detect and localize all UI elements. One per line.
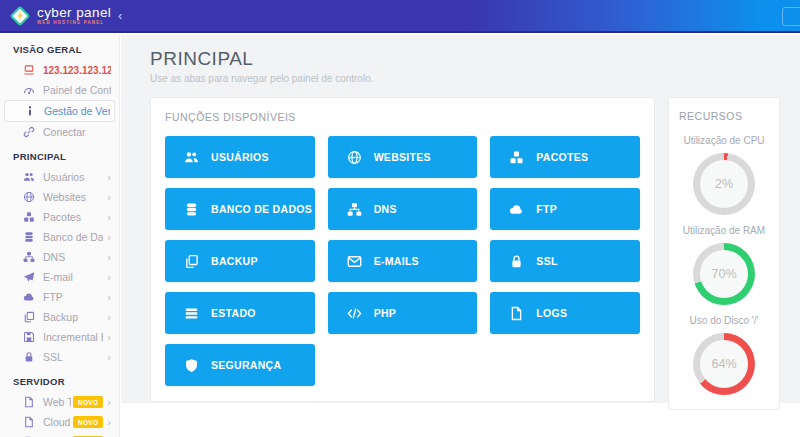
novo-badge: NOVO (73, 416, 103, 428)
sitemap-icon (22, 251, 35, 264)
sidebar-item-label: FTP (43, 291, 103, 303)
chevron-right-icon: › (107, 231, 111, 243)
chevron-right-icon: › (107, 211, 111, 223)
functions-panel-title: FUNÇÕES DISPONÍVEIS (165, 111, 640, 123)
section-principal: PRINCIPAL (0, 142, 119, 167)
disk-gauge-value: 64% (711, 357, 736, 371)
sidebar-item-incremental-backup[interactable]: Incremental Back up › (0, 327, 119, 347)
sidebar-item-gestao-de-versoes[interactable]: Gestão de Versões (4, 100, 115, 122)
function-button-logs[interactable]: LOGS (490, 292, 640, 334)
function-button-dns[interactable]: DNS (328, 188, 478, 230)
gauge-icon (22, 84, 35, 97)
resources-panel-title: RECURSOS (679, 110, 769, 122)
ram-gauge-value: 70% (711, 267, 736, 281)
sidebar-item-ssl[interactable]: SSL › (0, 347, 119, 367)
function-button-emails[interactable]: E-MAILS (328, 240, 478, 282)
page-title: PRINCIPAL (150, 48, 795, 70)
sidebar-item-label: SSL (43, 351, 103, 363)
copy-icon (22, 311, 35, 324)
function-button-label: PACOTES (536, 151, 588, 163)
functions-grid: USUÁRIOS WEBSITES PACOTES BANCO DE DADOS (165, 136, 640, 386)
disk-gauge-block: Uso do Disco '/' 64% (679, 315, 769, 395)
header-right-button[interactable] (782, 7, 800, 26)
function-button-label: DNS (374, 203, 397, 215)
sidebar-item-label: CloudLinux (43, 416, 71, 428)
chevron-right-icon: › (107, 311, 111, 323)
chevron-right-icon: › (107, 396, 111, 408)
function-button-label: E-MAILS (374, 255, 419, 267)
cpu-gauge: 2% (693, 153, 755, 215)
sidebar-item-painel-de-controle[interactable]: Painel de Controle (0, 80, 119, 100)
top-header: cyber panel WEB HOSTING PANEL ‹ (0, 0, 800, 33)
function-button-label: PHP (374, 307, 397, 319)
novo-badge: NOVO (73, 396, 103, 408)
cpu-gauge-label: Utilização de CPU (679, 135, 769, 146)
sidebar-item-label: Conectar (43, 126, 111, 138)
function-button-pacotes[interactable]: PACOTES (490, 136, 640, 178)
sidebar-item-web-terminal[interactable]: Web Terminal NOVO › (0, 392, 119, 412)
chevron-right-icon: › (107, 291, 111, 303)
sidebar-collapse-icon[interactable]: ‹ (118, 9, 122, 22)
cloud-icon (22, 291, 35, 304)
paper-plane-icon (22, 271, 35, 284)
ram-gauge-label: Utilização de RAM (679, 225, 769, 236)
lock-icon (509, 254, 524, 269)
sidebar-item-ftp[interactable]: FTP › (0, 287, 119, 307)
function-button-label: FTP (536, 203, 557, 215)
cloudlinux-icon (22, 416, 35, 429)
chevron-right-icon: › (107, 416, 111, 428)
sidebar-item-label: Web Terminal (43, 396, 71, 408)
chevron-right-icon: › (107, 251, 111, 263)
chevron-right-icon: › (107, 171, 111, 183)
section-servidor: SERVIDOR (0, 367, 119, 392)
sidebar-item-banco-de-dados[interactable]: Banco de Dados › (0, 227, 119, 247)
function-button-ssl[interactable]: SSL (490, 240, 640, 282)
function-button-php[interactable]: PHP (328, 292, 478, 334)
sidebar-item-conteinerizacao[interactable]: Conteinerização NOVO › (0, 432, 119, 437)
function-button-backup[interactable]: BACKUP (165, 240, 315, 282)
function-button-ftp[interactable]: FTP (490, 188, 640, 230)
sidebar-item-label: DNS (43, 251, 103, 263)
globe-icon (22, 191, 35, 204)
sidebar-item-label: Backup (43, 311, 103, 323)
cloud-icon (509, 202, 524, 217)
ram-gauge: 70% (693, 243, 755, 305)
sidebar-item-websites[interactable]: Websites › (0, 187, 119, 207)
sidebar-item-label: Painel de Controle (43, 84, 111, 96)
function-button-seguranca[interactable]: SEGURANÇA (165, 344, 315, 386)
cyberpanel-logo-icon (10, 6, 30, 26)
function-button-banco-de-dados[interactable]: BANCO DE DADOS (165, 188, 315, 230)
sidebar-item-email[interactable]: E-mail › (0, 267, 119, 287)
chevron-right-icon: › (107, 351, 111, 363)
globe-icon (347, 150, 362, 165)
brand-name: cyber panel (37, 6, 111, 20)
sidebar-item-usuarios[interactable]: Usuários › (0, 167, 119, 187)
functions-panel: FUNÇÕES DISPONÍVEIS USUÁRIOS WEBSITES PA… (150, 97, 655, 402)
file-icon (509, 306, 524, 321)
cpu-gauge-value: 2% (715, 177, 733, 191)
sidebar-item-dns[interactable]: DNS › (0, 247, 119, 267)
info-icon (23, 105, 36, 118)
sidebar-item-ip[interactable]: 123.123.123.123 (0, 60, 119, 80)
sidebar-item-backup[interactable]: Backup › (0, 307, 119, 327)
page-subtitle: Use as abas para navegar pelo painel de … (150, 73, 795, 84)
function-button-label: SSL (536, 255, 557, 267)
brand[interactable]: cyber panel WEB HOSTING PANEL (0, 6, 112, 26)
sidebar-item-conectar[interactable]: Conectar (0, 122, 119, 142)
function-button-usuarios[interactable]: USUÁRIOS (165, 136, 315, 178)
function-button-label: BACKUP (211, 255, 258, 267)
function-button-websites[interactable]: WEBSITES (328, 136, 478, 178)
sidebar-item-cloudlinux[interactable]: CloudLinux NOVO › (0, 412, 119, 432)
envelope-icon (347, 254, 362, 269)
list-icon (184, 306, 199, 321)
chevron-right-icon: › (107, 331, 111, 343)
function-button-label: USUÁRIOS (211, 151, 269, 163)
cubes-icon (509, 150, 524, 165)
sidebar: VISÃO GERAL 123.123.123.123 Painel de Co… (0, 35, 120, 437)
sidebar-item-label: Incremental Back up (43, 331, 103, 343)
brand-subtitle: WEB HOSTING PANEL (37, 21, 111, 26)
sidebar-item-pacotes[interactable]: Pacotes › (0, 207, 119, 227)
disk-gauge: 64% (693, 333, 755, 395)
ram-gauge-block: Utilização de RAM 70% (679, 225, 769, 305)
function-button-estado[interactable]: ESTADO (165, 292, 315, 334)
